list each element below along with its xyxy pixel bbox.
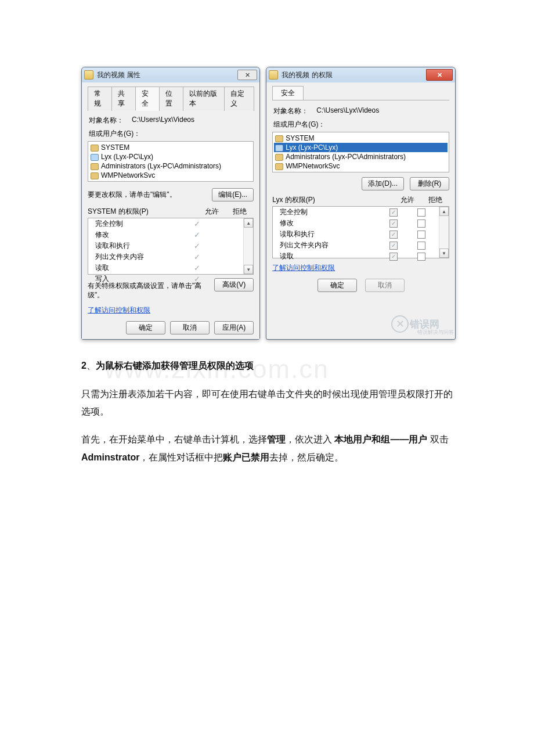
perm-row: 列出文件夹内容 ✓: [273, 240, 439, 251]
permissions-dialog: 我的视频 的权限 ✕ 安全 对象名称： C:\Users\Lyx\Videos …: [266, 67, 456, 340]
list-item[interactable]: WMPNetworkSvc: [274, 161, 448, 171]
check-icon: ✓: [194, 275, 202, 283]
window-title: 我的视频 属性: [97, 70, 237, 80]
perm-row: 读取 ✓: [273, 251, 439, 262]
learn-link[interactable]: 了解访问控制和权限: [272, 264, 335, 272]
window-title: 我的视频 的权限: [282, 70, 426, 80]
group-icon: [91, 172, 99, 179]
list-item[interactable]: SYSTEM: [274, 134, 448, 143]
apply-button[interactable]: 应用(A): [214, 321, 254, 334]
group-icon: [275, 163, 283, 170]
scroll-down-icon[interactable]: ▼: [244, 265, 253, 274]
tab-sharing[interactable]: 共享: [111, 87, 136, 111]
allow-header: 允许: [198, 207, 226, 217]
groups-label: 组或用户名(G)：: [89, 129, 252, 139]
close-icon[interactable]: ✕: [426, 69, 453, 81]
object-name-value: C:\Users\Lyx\Videos: [316, 106, 379, 116]
deny-checkbox[interactable]: [417, 253, 425, 261]
stamp-x-icon: ✕: [391, 315, 409, 333]
permissions-for-label: SYSTEM 的权限(P): [88, 207, 198, 217]
perm-row: 读取和执行✓: [88, 240, 243, 251]
add-button[interactable]: 添加(D)...: [362, 177, 404, 190]
deny-header: 拒绝: [226, 207, 254, 217]
permissions-list: 完全控制✓ 修改✓ 读取和执行✓ 列出文件夹内容✓ 读取✓ 写入✓ ▲ ▼: [88, 218, 254, 275]
user-icon: [275, 144, 283, 151]
deny-header: 拒绝: [421, 195, 449, 205]
check-icon: ✓: [194, 253, 202, 261]
scrollbar[interactable]: ▲ ▼: [439, 207, 449, 258]
perm-row: 列出文件夹内容✓: [88, 251, 243, 262]
section-title: 为鼠标右键添加获得管理员权限的选项: [96, 361, 254, 370]
allow-checkbox[interactable]: ✓: [389, 208, 398, 217]
tab-security[interactable]: 安全: [135, 87, 160, 111]
group-icon: [91, 144, 99, 151]
change-hint: 要更改权限，请单击"编辑"。: [88, 190, 207, 200]
list-item[interactable]: Lyx (Lyx-PC\Lyx): [274, 143, 448, 152]
list-item[interactable]: Administrators (Lyx-PC\Administrators): [89, 161, 252, 171]
allow-checkbox[interactable]: ✓: [389, 242, 398, 250]
list-item[interactable]: Administrators (Lyx-PC\Administrators): [274, 152, 448, 161]
groups-label: 组或用户名(G)：: [273, 120, 448, 129]
allow-header: 允许: [394, 195, 421, 205]
close-icon[interactable]: ✕: [237, 70, 257, 80]
groups-list[interactable]: SYSTEM Lyx (Lyx-PC\Lyx) Administrators (…: [272, 132, 449, 172]
perm-row: 完全控制 ✓: [273, 207, 439, 218]
check-icon: ✓: [194, 242, 202, 250]
deny-checkbox[interactable]: [417, 242, 425, 250]
object-name-label: 对象名称：: [89, 116, 124, 125]
group-icon: [91, 163, 99, 170]
folder-icon: [84, 70, 93, 80]
tab-previous-versions[interactable]: 以前的版本: [183, 87, 225, 111]
tab-general[interactable]: 常规: [88, 87, 112, 111]
edit-button[interactable]: 编辑(E)...: [212, 188, 254, 201]
allow-checkbox[interactable]: ✓: [389, 253, 398, 261]
list-item[interactable]: SYSTEM: [89, 143, 252, 152]
group-icon: [275, 153, 283, 160]
ok-button[interactable]: 确定: [126, 321, 165, 334]
titlebar[interactable]: 我的视频 属性 ✕: [82, 67, 259, 82]
list-item[interactable]: Lyx (Lyx-PC\Lyx): [89, 152, 252, 161]
check-icon: ✓: [194, 231, 202, 239]
perm-row: 修改✓: [88, 229, 243, 240]
scroll-down-icon[interactable]: ▼: [439, 249, 449, 258]
deny-checkbox[interactable]: [417, 219, 425, 228]
deny-checkbox[interactable]: [417, 208, 425, 217]
perm-row: 修改 ✓: [273, 218, 439, 229]
check-icon: ✓: [194, 264, 202, 272]
permissions-for-label: Lyx 的权限(P): [272, 195, 394, 205]
perm-row: 读取✓: [88, 262, 243, 273]
perm-row: 完全控制✓: [88, 218, 243, 229]
object-name-value: C:\Users\Lyx\Videos: [132, 116, 194, 125]
scroll-up-icon[interactable]: ▲: [439, 207, 449, 216]
groups-list[interactable]: SYSTEM Lyx (Lyx-PC\Lyx) Administrators (…: [88, 141, 254, 182]
scroll-up-icon[interactable]: ▲: [244, 218, 253, 228]
article-text: 2、为鼠标右键添加获得管理员权限的选项 只需为注册表添加若干内容，即可在使用右键…: [81, 357, 456, 466]
cancel-button[interactable]: 取消: [365, 279, 405, 292]
section-number: 2: [81, 361, 86, 370]
tab-customize[interactable]: 自定义: [224, 87, 254, 111]
folder-icon: [269, 70, 278, 80]
paragraph: 首先，在开始菜单中，右键单击计算机，选择管理，依次进入 本地用户和组——用户 双…: [81, 431, 456, 466]
perm-row: 读取和执行 ✓: [273, 229, 439, 240]
remove-button[interactable]: 删除(R): [410, 177, 449, 190]
tab-bar: 常规 共享 安全 位置 以前的版本 自定义: [88, 86, 254, 111]
titlebar[interactable]: 我的视频 的权限 ✕: [266, 67, 455, 82]
paragraph: 只需为注册表添加若干内容，即可在使用右键单击文件夹的时候出现使用管理员权限打开的…: [81, 386, 456, 421]
list-item[interactable]: WMPNetworkSvc: [89, 171, 252, 180]
learn-link[interactable]: 了解访问控制和权限: [88, 306, 150, 314]
tab-security[interactable]: 安全: [272, 86, 304, 100]
user-icon: [91, 153, 99, 160]
deny-checkbox[interactable]: [417, 231, 425, 239]
group-icon: [275, 135, 283, 142]
permissions-list: 完全控制 ✓ 修改 ✓ 读取和执行 ✓: [272, 206, 449, 258]
ok-button[interactable]: 确定: [317, 279, 357, 292]
perm-row: 写入✓: [88, 273, 243, 285]
object-name-label: 对象名称：: [273, 106, 308, 116]
cancel-button[interactable]: 取消: [170, 321, 210, 334]
properties-dialog: 我的视频 属性 ✕ 常规 共享 安全 位置 以前的版本 自定义 对象名称： C:…: [81, 67, 260, 340]
check-icon: ✓: [194, 220, 202, 228]
scrollbar[interactable]: ▲ ▼: [243, 218, 253, 274]
allow-checkbox[interactable]: ✓: [389, 231, 398, 239]
allow-checkbox[interactable]: ✓: [389, 219, 398, 228]
tab-location[interactable]: 位置: [159, 87, 183, 111]
